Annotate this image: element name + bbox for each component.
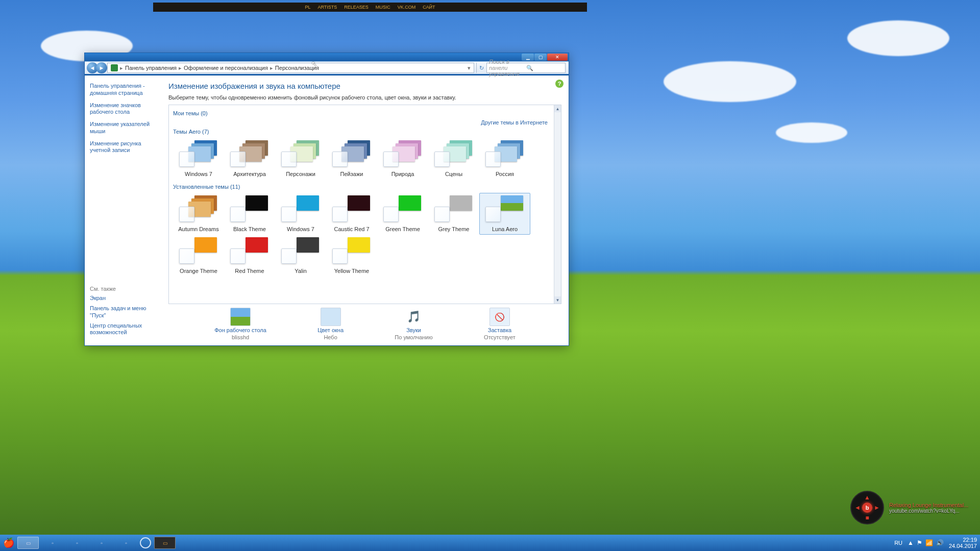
theme-item[interactable]: Orange Theme	[173, 235, 224, 277]
stop-icon[interactable]: ■	[865, 514, 869, 521]
breadcrumb-item[interactable]: Панель управления	[125, 65, 177, 71]
theme-item[interactable]: Red Theme	[224, 235, 275, 277]
sidebar: Панель управления - домашняя страницаИзм…	[85, 76, 161, 344]
sounds-icon: 🎵	[404, 308, 424, 326]
taskbar-app-explorer[interactable]: ▭	[154, 537, 176, 549]
screensaver-button[interactable]: 🚫 Заставка Отсутствует	[484, 308, 516, 340]
refresh-button[interactable]: ↻	[476, 63, 486, 73]
theme-label: Green Theme	[385, 226, 420, 232]
sidebar-link[interactable]: Изменение значков рабочего стола	[90, 102, 156, 116]
theme-label: Orange Theme	[180, 268, 217, 274]
theme-item[interactable]: Yalin	[275, 235, 326, 277]
taskbar-app[interactable]: ▫	[91, 537, 112, 549]
theme-item[interactable]: Россия	[479, 138, 530, 180]
prev-track-icon[interactable]: ◄◄	[854, 504, 867, 511]
breadcrumb-item[interactable]: Оформление и персонализация	[184, 65, 268, 71]
language-indicator[interactable]: RU	[894, 540, 902, 546]
theme-item[interactable]: Windows 7	[173, 138, 224, 180]
network-icon[interactable]: 📶	[925, 539, 933, 546]
action-center-icon[interactable]: ⚑	[917, 539, 922, 546]
theme-label: Персонажи	[286, 171, 315, 177]
theme-item[interactable]: Caustic Red 7	[326, 193, 377, 235]
sounds-button[interactable]: 🎵 Звуки По умолчанию	[395, 308, 432, 340]
see-also-link[interactable]: Панель задач и меню "Пуск"	[90, 305, 161, 319]
window-color-button[interactable]: Цвет окна Небо	[317, 308, 344, 340]
close-button[interactable]: ✕	[547, 54, 568, 61]
theme-item[interactable]: Yellow Theme	[326, 235, 377, 277]
music-meta: Relaxing Lounge Instrumental... youtube.…	[889, 502, 968, 514]
sidebar-link[interactable]: Панель управления - домашняя страница	[90, 83, 156, 97]
volume-icon[interactable]: 🔊	[936, 539, 944, 546]
sidebar-link[interactable]: Изменение указателей мыши	[90, 121, 156, 135]
music-widget[interactable]: ▲ ■ ◄◄ ►► b Relaxing Lounge Instrumental…	[850, 490, 973, 525]
clock[interactable]: 22:19 24.04.2017	[949, 537, 977, 549]
theme-item[interactable]: Windows 7	[275, 193, 326, 235]
bottom-row: Фон рабочего стола blisshd Цвет окна Неб…	[168, 304, 561, 344]
theme-label: Пейзажи	[340, 171, 363, 177]
track-source: youtube.com/watch?v=koLYq...	[889, 508, 968, 514]
taskbar-app[interactable]: ▫	[115, 537, 137, 549]
banner-link[interactable]: MUSIC	[376, 5, 390, 10]
start-button[interactable]: 🍎	[3, 537, 14, 548]
theme-label: Windows 7	[287, 226, 314, 232]
see-also-header: См. также	[90, 286, 161, 292]
theme-item[interactable]: Персонажи	[275, 138, 326, 180]
page-subtitle: Выберите тему, чтобы одновременно измени…	[168, 94, 561, 101]
theme-item[interactable]: Природа	[377, 138, 428, 180]
theme-item[interactable]: Autumn Dreams	[173, 193, 224, 235]
scroll-up-icon[interactable]: ▲	[554, 105, 561, 112]
theme-label: Autumn Dreams	[178, 226, 218, 232]
taskbar-app[interactable]: ▫	[42, 537, 63, 549]
scroll-down-icon[interactable]: ▼	[554, 296, 561, 304]
theme-item[interactable]: Black Theme	[224, 193, 275, 235]
tray[interactable]: ▲ ⚑ 📶 🔊	[908, 539, 944, 546]
screensaver-icon: 🚫	[489, 308, 510, 326]
taskbar-app[interactable]: ▭	[17, 537, 39, 549]
theme-item[interactable]: Grey Theme	[428, 193, 479, 235]
breadcrumb-item[interactable]: Персонализация	[275, 65, 319, 71]
theme-item[interactable]: Сцены	[428, 138, 479, 180]
search-input[interactable]: Поиск в панели управления 🔍	[486, 63, 566, 73]
music-controls[interactable]: ▲ ■ ◄◄ ►► b	[850, 491, 884, 524]
track-title: Relaxing Lounge Instrumental...	[889, 502, 968, 508]
nav-forward-button[interactable]: ►	[96, 62, 107, 73]
taskbar-app[interactable]: ▫	[66, 537, 88, 549]
theme-label: Сцены	[445, 171, 462, 177]
personalization-window: ▁ ▢ ✕ ◄ ► ▸ Панель управления ▸ Оформлен…	[84, 53, 569, 346]
theme-label: Grey Theme	[438, 226, 470, 232]
my-themes-header: Мои темы (0)	[173, 110, 550, 116]
navbar: ◄ ► ▸ Панель управления ▸ Оформление и п…	[85, 61, 569, 76]
breadcrumb[interactable]: ▸ Панель управления ▸ Оформление и персо…	[107, 63, 474, 73]
theme-item[interactable]: Пейзажи	[326, 138, 377, 180]
see-also-link[interactable]: Центр специальных возможностей	[90, 322, 161, 337]
tray-up-icon[interactable]: ▲	[908, 539, 914, 546]
theme-item[interactable]: Green Theme	[377, 193, 428, 235]
cortana-icon[interactable]	[140, 537, 151, 548]
theme-label: Caustic Red 7	[334, 226, 369, 232]
help-icon[interactable]: ?	[555, 80, 564, 88]
maximize-button[interactable]: ▢	[534, 54, 547, 61]
banner-link[interactable]: ARTISTS	[317, 5, 337, 10]
theme-label: Black Theme	[233, 226, 266, 232]
main-pane: ? Изменение изображения и звука на компь…	[161, 76, 569, 344]
theme-label: Red Theme	[235, 268, 264, 274]
search-icon: 🔍	[526, 65, 564, 71]
taskbar: 🍎 ▭ ▫ ▫ ▫ ▫ ▭ RU ▲ ⚑ 📶 🔊 22:19 24.04.201…	[0, 535, 980, 551]
theme-label: Luna Aero	[492, 226, 518, 232]
banner-link[interactable]: VK.COM	[398, 5, 416, 10]
theme-item[interactable]: Luna Aero	[479, 193, 530, 235]
next-track-icon[interactable]: ►►	[868, 504, 880, 511]
theme-item[interactable]: Архитектура	[224, 138, 275, 180]
desktop-background-button[interactable]: Фон рабочего стола blisshd	[214, 308, 266, 340]
banner-link[interactable]: САЙТ	[423, 5, 435, 10]
banner-link[interactable]: PL	[305, 5, 310, 10]
sidebar-link[interactable]: Изменение рисунка учетной записи	[90, 140, 156, 155]
vol-up-icon[interactable]: ▲	[864, 494, 870, 501]
page-title: Изменение изображения и звука на компьют…	[168, 82, 561, 90]
banner-link[interactable]: RELEASES	[344, 5, 369, 10]
theme-label: Архитектура	[233, 171, 266, 177]
see-also-link[interactable]: Экран	[90, 295, 161, 302]
color-icon	[321, 308, 341, 326]
scrollbar[interactable]: ▲ ▼	[554, 105, 561, 304]
online-themes-link[interactable]: Другие темы в Интернете	[173, 119, 548, 126]
